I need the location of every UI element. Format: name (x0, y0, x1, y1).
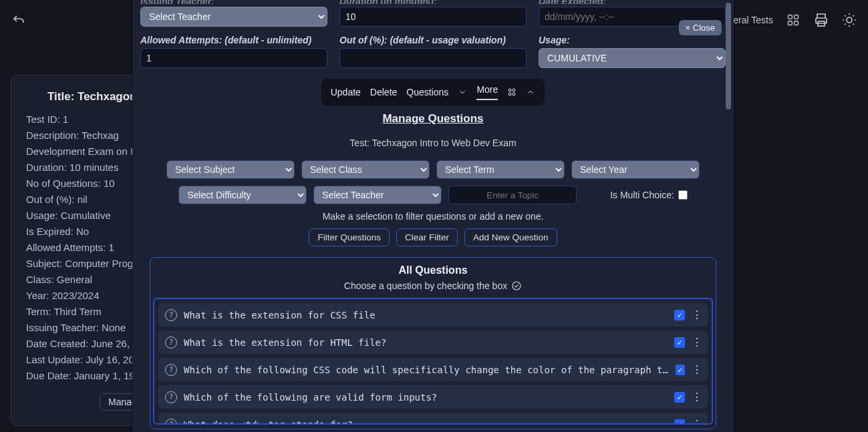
class-filter[interactable]: Select Class (301, 160, 430, 179)
grid-icon[interactable] (785, 12, 801, 28)
svg-rect-7 (509, 89, 512, 91)
question-text: What is the extension for HTML file? (184, 337, 668, 348)
question-more-icon[interactable]: ⋮ (692, 363, 701, 376)
manage-questions-modal: × Close Issuing Teacher: Select Teacher … (132, 0, 734, 432)
teacher-filter[interactable]: Select Teacher (313, 186, 442, 204)
question-row[interactable]: ?What is the extension for CSS file✓⋮ (158, 303, 708, 327)
print-icon[interactable] (813, 12, 829, 28)
svg-point-11 (513, 282, 521, 290)
question-text: Which of the following are valid form in… (184, 392, 668, 403)
svg-rect-3 (794, 21, 799, 25)
question-text: Which of the following CSS code will spe… (184, 365, 669, 375)
svg-rect-1 (794, 15, 799, 19)
svg-rect-8 (513, 89, 515, 91)
topic-input[interactable] (448, 186, 577, 204)
question-row[interactable]: ?Which of the following are valid form i… (158, 385, 708, 409)
clear-filter-button[interactable]: Clear Filter (396, 228, 458, 246)
all-questions-subtitle: Choose a question by checking the box (153, 280, 713, 291)
question-mark-icon: ? (165, 419, 177, 425)
multichoice-label: Is Multi Choice: (610, 190, 674, 200)
modal-action-bar: Update Delete Questions More (321, 79, 545, 105)
issuing-teacher-select[interactable]: Select Teacher (140, 7, 327, 27)
svg-rect-0 (788, 15, 792, 19)
svg-rect-9 (509, 93, 512, 95)
update-action[interactable]: Update (331, 87, 361, 97)
chevron-up-icon (526, 87, 535, 97)
question-text: What is the extension for CSS file (184, 310, 668, 320)
question-row[interactable]: ?What does <td> tag stands for?✓⋮ (158, 413, 708, 425)
close-button[interactable]: × Close (679, 20, 722, 35)
question-checkbox[interactable]: ✓ (674, 337, 685, 348)
nav-link-tests[interactable]: eral Tests (733, 15, 773, 25)
question-mark-icon: ? (165, 337, 177, 349)
usage-select[interactable]: CUMULATIVE (539, 48, 726, 68)
question-row[interactable]: ?What is the extension for HTML file?✓⋮ (158, 331, 708, 354)
question-more-icon[interactable]: ⋮ (692, 391, 701, 403)
multichoice-checkbox[interactable] (678, 190, 688, 200)
question-more-icon[interactable]: ⋮ (692, 308, 701, 321)
outof-input[interactable] (339, 48, 527, 68)
attempts-input[interactable] (140, 48, 327, 68)
delete-action[interactable]: Delete (370, 87, 397, 97)
date-expected-label: Date Expected: (539, 0, 726, 4)
filter-hint: Make a selection to filter questions or … (140, 211, 726, 222)
more-action[interactable]: More (476, 84, 498, 100)
question-row[interactable]: ?Which of the following CSS code will sp… (158, 358, 708, 381)
question-checkbox[interactable]: ✓ (674, 419, 685, 425)
all-questions-title: All Questions (153, 264, 713, 276)
term-filter[interactable]: Select Term (436, 160, 565, 179)
question-checkbox[interactable]: ✓ (676, 365, 685, 375)
check-circle-icon (511, 280, 522, 291)
grid-small-icon (507, 87, 517, 97)
add-question-button[interactable]: Add New Question (464, 228, 557, 246)
difficulty-filter[interactable]: Select Difficulty (178, 186, 307, 204)
theme-icon[interactable] (841, 12, 857, 28)
question-more-icon[interactable]: ⋮ (692, 336, 701, 349)
question-more-icon[interactable]: ⋮ (692, 418, 701, 425)
svg-point-6 (847, 17, 852, 23)
issuing-teacher-label: Issuing Teacher: (140, 0, 327, 4)
duration-label: Duration (in minutes): (339, 0, 527, 4)
svg-rect-2 (788, 21, 792, 25)
question-mark-icon: ? (165, 364, 177, 376)
duration-input[interactable] (339, 7, 527, 27)
test-name-line: Test: Techxagon Intro to Web Dev Exam (140, 138, 726, 148)
attempts-label: Allowed Attempts: (default - unlimited) (140, 35, 327, 45)
question-text: What does <td> tag stands for? (184, 419, 668, 425)
manage-questions-title: Manage Questions (140, 112, 726, 126)
question-checkbox[interactable]: ✓ (674, 392, 685, 403)
filter-questions-button[interactable]: Filter Questions (309, 228, 390, 246)
svg-rect-10 (513, 93, 515, 95)
question-mark-icon: ? (165, 391, 177, 403)
questions-panel: All Questions Choose a question by check… (150, 257, 716, 429)
question-mark-icon: ? (165, 309, 177, 321)
usage-label: Usage: (539, 35, 726, 45)
questions-list[interactable]: ?What is the extension for CSS file✓⋮?Wh… (153, 298, 713, 425)
question-checkbox[interactable]: ✓ (674, 310, 685, 320)
chevron-down-icon (458, 87, 467, 97)
subject-filter[interactable]: Select Subject (166, 160, 295, 179)
questions-action[interactable]: Questions (406, 87, 448, 97)
outof-label: Out of (%): (default - usage valuation) (339, 35, 527, 45)
modal-scrollbar[interactable] (725, 1, 732, 429)
back-button[interactable] (11, 12, 27, 28)
year-filter[interactable]: Select Year (571, 160, 700, 179)
